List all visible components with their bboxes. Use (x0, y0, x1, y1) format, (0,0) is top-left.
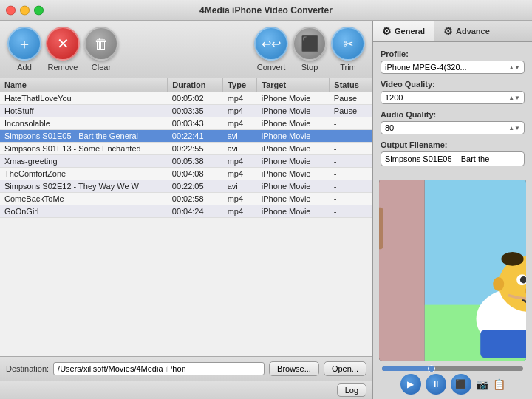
cell-name: Simpsons S02E12 - They Way We W (0, 180, 168, 193)
tab-general[interactable]: ⚙ General (373, 21, 434, 41)
cell-name: GoOnGirl (0, 205, 168, 218)
cell-status: - (330, 130, 372, 143)
title-bar: 4Media iPhone Video Converter (0, 0, 532, 21)
maximize-button[interactable] (34, 5, 44, 15)
col-type: Type (223, 78, 257, 92)
audio-quality-group: Audio Quality: 80 ▲▼ (381, 110, 525, 134)
audio-quality-label: Audio Quality: (381, 110, 525, 119)
player-play-button[interactable]: ▶ (400, 374, 421, 395)
convert-icon: ↩↩ (254, 27, 288, 61)
tab-advance-label: Advance (456, 27, 490, 35)
video-quality-value: 1200 (385, 93, 403, 102)
svg-point-7 (501, 252, 523, 266)
destination-path[interactable]: /Users/xilisoft/Movies/4Media iPhon (53, 362, 265, 375)
clear-button[interactable]: 🗑 Clear (84, 27, 118, 72)
advance-icon: ⚙ (443, 25, 453, 37)
audio-quality-select[interactable]: 80 ▲▼ (381, 121, 525, 134)
video-quality-select[interactable]: 1200 ▲▼ (381, 91, 525, 104)
player-pause-button[interactable]: ⏸ (426, 374, 446, 395)
cell-duration: 00:04:08 (168, 168, 223, 180)
table-row[interactable]: HotStuff00:03:35mp4iPhone MoviePause (0, 105, 372, 117)
profile-group: Profile: iPhone MPEG-4(320... ▲▼ (381, 50, 525, 74)
general-icon: ⚙ (382, 25, 392, 37)
minimize-button[interactable] (20, 5, 30, 15)
browse-button[interactable]: Browse... (269, 361, 319, 376)
cell-target: iPhone Movie (257, 130, 330, 143)
table-row[interactable]: HateThatILoveYou00:05:02mp4iPhone MovieP… (0, 92, 372, 105)
cell-name: HotStuff (0, 105, 168, 117)
player-progress-fill (382, 366, 432, 371)
player-buttons: ▶ ⏸ ⬛ 📷 📋 (379, 374, 526, 398)
cell-type: avi (223, 130, 257, 143)
video-quality-label: Video Quality: (381, 80, 525, 89)
file-table: Name Duration Type Target Status HateTha… (0, 78, 372, 218)
player-progress-bar[interactable] (382, 366, 523, 371)
clear-icon: 🗑 (84, 27, 118, 61)
col-name: Name (0, 78, 168, 92)
table-row[interactable]: Inconsolable00:03:43mp4iPhone Movie- (0, 117, 372, 130)
log-button[interactable]: Log (337, 383, 366, 397)
col-target: Target (257, 78, 330, 92)
cell-duration: 00:02:58 (168, 193, 223, 205)
tabs-header: ⚙ General ⚙ Advance (373, 21, 532, 42)
audio-quality-value: 80 (385, 123, 394, 132)
close-button[interactable] (6, 5, 16, 15)
audio-quality-arrows: ▲▼ (508, 125, 520, 132)
cell-type: mp4 (223, 193, 257, 205)
right-panel: ⚙ General ⚙ Advance Profile: iPhone MPEG… (373, 21, 532, 399)
table-row[interactable]: TheComfortZone00:04:08mp4iPhone Movie- (0, 168, 372, 180)
cell-type: mp4 (223, 92, 257, 105)
output-filename-value[interactable]: Simpsons S01E05 – Bart the (381, 151, 525, 166)
profile-label: Profile: (381, 50, 525, 58)
table-row[interactable]: ComeBackToMe00:02:58mp4iPhone Movie- (0, 193, 372, 205)
cell-name: Simpsons S01E05 - Bart the General (0, 130, 168, 143)
profile-value: iPhone MPEG-4(320... (385, 63, 467, 72)
cell-type: mp4 (223, 168, 257, 180)
col-duration: Duration (168, 78, 223, 92)
cell-target: iPhone Movie (257, 180, 330, 193)
stop-button[interactable]: ⬛ Stop (293, 27, 327, 72)
cell-status: Pause (330, 105, 372, 117)
table-row[interactable]: Xmas-greeting00:05:38mp4iPhone Movie- (0, 155, 372, 168)
open-button[interactable]: Open... (324, 361, 366, 376)
profile-arrows: ▲▼ (508, 64, 520, 71)
table-row[interactable]: Simpsons S02E12 - They Way We W00:22:05a… (0, 180, 372, 193)
profile-select[interactable]: iPhone MPEG-4(320... ▲▼ (381, 61, 525, 74)
cell-target: iPhone Movie (257, 205, 330, 218)
player-screenshot-button[interactable]: 📷 (476, 378, 488, 390)
video-quality-group: Video Quality: 1200 ▲▼ (381, 80, 525, 104)
cell-target: iPhone Movie (257, 193, 330, 205)
cell-type: avi (223, 180, 257, 193)
remove-button[interactable]: ✕ Remove (46, 27, 80, 72)
player-settings-button[interactable]: 📋 (493, 378, 505, 390)
cell-type: mp4 (223, 117, 257, 130)
cell-status: - (330, 143, 372, 155)
remove-icon: ✕ (46, 27, 80, 61)
add-button[interactable]: ＋ Add (7, 27, 41, 72)
traffic-lights (6, 5, 44, 15)
cell-target: iPhone Movie (257, 155, 330, 168)
cell-name: TheComfortZone (0, 168, 168, 180)
log-bar: Log (0, 381, 372, 399)
left-panel: ＋ Add ✕ Remove 🗑 Clear ↩↩ Convert ⬛ Stop… (0, 21, 373, 399)
settings-area: Profile: iPhone MPEG-4(320... ▲▼ Video Q… (373, 42, 532, 174)
file-list[interactable]: Name Duration Type Target Status HateTha… (0, 78, 372, 356)
table-row[interactable]: GoOnGirl00:04:24mp4iPhone Movie- (0, 205, 372, 218)
cell-target: iPhone Movie (257, 143, 330, 155)
table-row[interactable]: Simpsons S01E05 - Bart the General00:22:… (0, 130, 372, 143)
cell-target: iPhone Movie (257, 117, 330, 130)
cell-duration: 00:04:24 (168, 205, 223, 218)
convert-button[interactable]: ↩↩ Convert (254, 27, 288, 72)
table-row[interactable]: Simpsons S01E13 - Some Enchanted00:22:55… (0, 143, 372, 155)
trim-button[interactable]: ✂ Trim (331, 27, 365, 72)
output-filename-group: Output Filename: Simpsons S01E05 – Bart … (381, 140, 525, 166)
cell-status: - (330, 155, 372, 168)
tab-advance[interactable]: ⚙ Advance (434, 21, 499, 41)
cell-status: - (330, 117, 372, 130)
cell-type: mp4 (223, 105, 257, 117)
svg-rect-5 (480, 330, 526, 358)
cell-status: Pause (330, 92, 372, 105)
player-stop-button[interactable]: ⬛ (451, 374, 471, 395)
svg-point-14 (493, 277, 504, 291)
add-icon: ＋ (7, 27, 41, 61)
